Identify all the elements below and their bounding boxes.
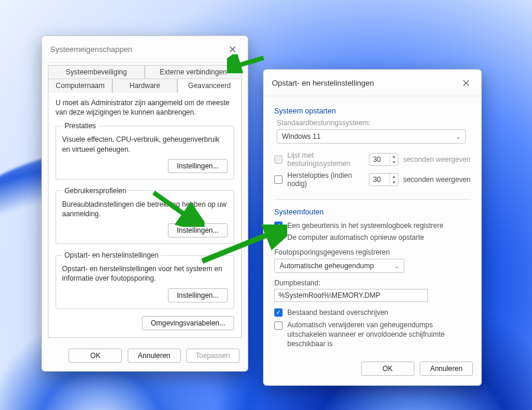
show-os-list-checkbox[interactable] — [274, 155, 283, 164]
sysprops-titlebar: Systeemeigenschappen — [42, 36, 248, 63]
chevron-up-icon[interactable]: ▲ — [390, 174, 398, 180]
tab-system-protection[interactable]: Systeembeveiliging — [48, 65, 145, 79]
overwrite-checkbox[interactable] — [274, 308, 283, 317]
recovery-options-checkbox[interactable] — [274, 175, 283, 184]
system-startup-section: Systeem opstarten Standaardbesturingssys… — [274, 99, 471, 200]
dump-file-input[interactable]: %SystemRoot%\MEMORY.DMP — [274, 289, 428, 302]
sysprops-cancel-button[interactable]: Annuleren — [128, 349, 181, 363]
tab-hardware[interactable]: Hardware — [112, 79, 177, 93]
startup-dlg-title: Opstart- en herstelinstellingen — [272, 79, 374, 87]
user-profiles-legend: Gebruikersprofielen — [62, 187, 129, 195]
tab-computer-name[interactable]: Computernaam — [48, 79, 112, 93]
default-os-value: Windows 11 — [282, 132, 320, 141]
sysprops-tabs: Systeembeveiliging Externe verbindingen … — [42, 63, 248, 93]
dump-file-label: Dumpbestand: — [274, 279, 471, 287]
disable-autodelete-label: Automatisch verwijderen van geheugendump… — [287, 320, 471, 349]
overwrite-label: Bestaand bestand overschrijven — [287, 308, 388, 317]
startup-recovery-settings-button[interactable]: Instellingen... — [168, 288, 228, 302]
sysprops-buttons: OK Annuleren Toepassen — [42, 344, 248, 371]
startup-dlg-titlebar: Opstart- en herstelinstellingen — [264, 70, 481, 96]
admin-note: U moet als Administrator zijn aangemeld … — [56, 98, 234, 117]
chevron-down-icon: ⌄ — [456, 134, 460, 140]
dump-type-value: Automatische geheugendump — [280, 262, 374, 270]
tab-advanced[interactable]: Geavanceerd — [177, 79, 242, 93]
dump-type-select[interactable]: Automatische geheugendump ⌄ — [274, 259, 404, 273]
performance-legend: Prestaties — [62, 122, 98, 130]
debug-info-heading: Foutopsporingsgegevens registreren — [274, 248, 471, 256]
seconds-suffix-2: seconden weergeven — [403, 175, 471, 184]
chevron-up-icon[interactable]: ▲ — [390, 154, 398, 160]
startup-recovery-legend: Opstart- en herstelinstellingen — [62, 251, 161, 259]
close-icon[interactable] — [456, 74, 475, 91]
system-failure-heading: Systeemfouten — [274, 208, 471, 216]
svg-line-0 — [232, 58, 264, 67]
environment-variables-button[interactable]: Omgevingsvariabelen... — [142, 316, 234, 330]
annotation-arrow-to-startup-settings-button — [151, 190, 205, 227]
startup-recovery-desc: Opstart- en herstelinstellingen voor het… — [62, 264, 228, 283]
system-properties-dialog: Systeemeigenschappen Systeembeveiliging … — [41, 35, 248, 372]
performance-desc: Visuele effecten, CPU-verbruik, geheugen… — [62, 135, 228, 154]
dump-file-value: %SystemRoot%\MEMORY.DMP — [278, 291, 380, 300]
chevron-down-icon: ⌄ — [394, 263, 399, 269]
recovery-options-label: Herstelopties (indien nodig) — [287, 171, 364, 188]
default-os-select[interactable]: Windows 11 ⌄ — [277, 129, 466, 144]
recovery-seconds-spinner[interactable]: 30 ▲▼ — [369, 173, 398, 186]
show-os-list-seconds-spinner[interactable]: 30 ▲▼ — [369, 153, 398, 166]
seconds-suffix-1: seconden weergeven — [403, 155, 471, 164]
svg-line-2 — [202, 232, 275, 261]
svg-line-1 — [154, 193, 190, 219]
startup-dlg-buttons: OK Annuleren — [264, 357, 481, 385]
system-failure-section: Systeemfouten Een gebeurtenis in het sys… — [271, 200, 474, 357]
show-os-list-label: Lijst met besturingssystemen — [287, 151, 364, 168]
startup-recovery-dialog: Opstart- en herstelinstellingen Systeem … — [263, 69, 482, 386]
startup-dlg-cancel-button[interactable]: Annuleren — [420, 362, 473, 376]
sysprops-tab-body: U moet als Administrator zijn aangemeld … — [48, 92, 242, 338]
sysprops-title: Systeemeigenschappen — [50, 45, 132, 54]
sysprops-apply-button[interactable]: Toepassen — [186, 349, 239, 363]
performance-settings-button[interactable]: Instellingen... — [168, 159, 228, 173]
annotation-arrow-to-advanced-tab — [227, 54, 266, 73]
recovery-seconds-value: 30 — [373, 175, 381, 184]
disable-autodelete-checkbox[interactable] — [274, 321, 283, 330]
system-startup-heading: Systeem opstarten — [274, 107, 471, 115]
default-os-label: Standaardbesturingssysteem: — [277, 119, 471, 127]
sysprops-ok-button[interactable]: OK — [69, 349, 122, 363]
show-os-list-seconds-value: 30 — [373, 155, 381, 164]
annotation-arrow-to-auto-restart-checkbox — [199, 224, 287, 266]
auto-restart-label: De computer automatisch opnieuw opstarte — [287, 233, 424, 242]
startup-dlg-ok-button[interactable]: OK — [361, 362, 414, 376]
chevron-down-icon[interactable]: ▼ — [390, 180, 398, 186]
performance-group: Prestaties Visuele effecten, CPU-verbrui… — [56, 122, 234, 179]
log-event-label: Een gebeurtenis in het systeemlogboek re… — [287, 222, 443, 230]
chevron-down-icon[interactable]: ▼ — [390, 160, 398, 165]
